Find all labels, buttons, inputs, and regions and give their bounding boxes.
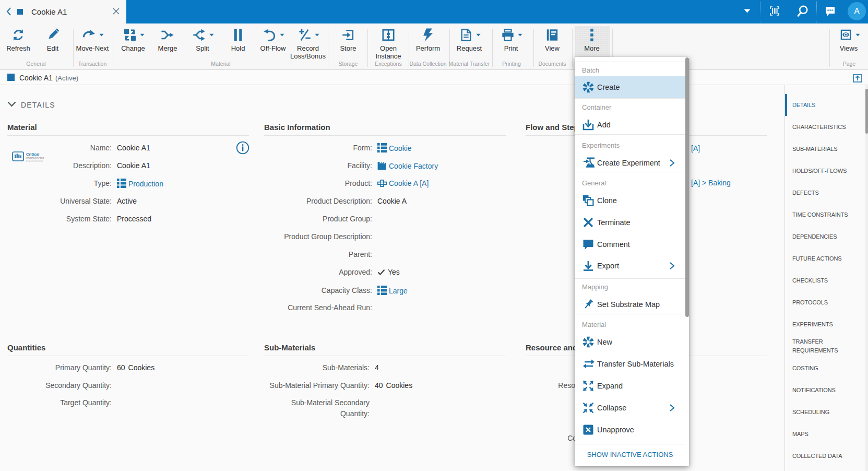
svg-text:BY ADDED PRECISION: BY ADDED PRECISION — [26, 160, 43, 162]
